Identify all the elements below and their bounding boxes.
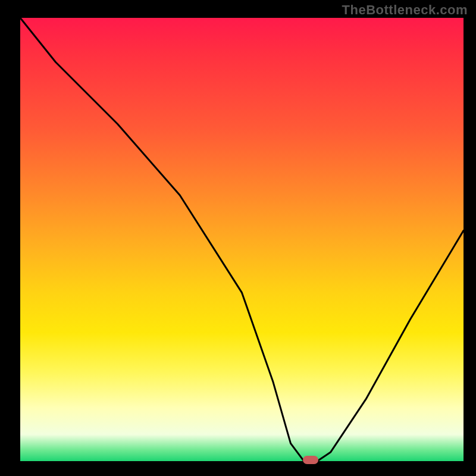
curve-path [20,18,464,461]
optimal-marker [303,456,318,464]
watermark-label: TheBottleneck.com [342,2,468,18]
plot-area [20,18,464,461]
chart-frame: TheBottleneck.com [0,0,476,476]
bottleneck-curve [20,18,464,461]
